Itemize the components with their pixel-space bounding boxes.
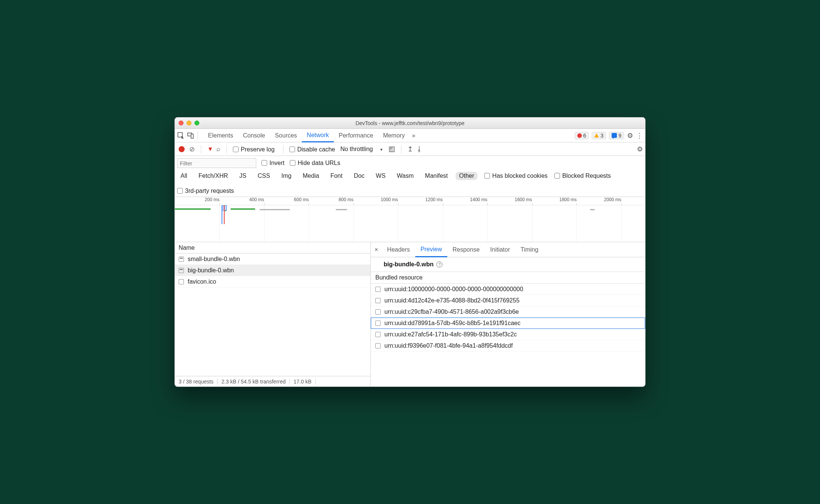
hide-data-urls-toggle[interactable]: Hide data URLs bbox=[290, 160, 340, 166]
filter-input[interactable] bbox=[177, 158, 256, 168]
file-icon bbox=[375, 298, 381, 303]
bundled-resource-list: urn:uuid:10000000-0000-0000-0000-0000000… bbox=[371, 284, 645, 351]
resource-urn: urn:uuid:10000000-0000-0000-0000-0000000… bbox=[384, 286, 523, 293]
more-options-icon[interactable] bbox=[636, 131, 643, 140]
request-row[interactable]: small-bundle-0.wbn bbox=[175, 254, 370, 265]
bundled-resource-row[interactable]: urn:uuid:10000000-0000-0000-0000-0000000… bbox=[371, 284, 645, 295]
third-party-toggle[interactable]: 3rd-party requests bbox=[177, 188, 234, 194]
detail-tab-preview[interactable]: Preview bbox=[415, 242, 447, 257]
type-filter-media[interactable]: Media bbox=[299, 172, 323, 180]
bundled-resource-header: Bundled resource bbox=[371, 272, 645, 284]
type-filter-other[interactable]: Other bbox=[456, 172, 477, 180]
type-filter-all[interactable]: All bbox=[177, 172, 191, 180]
titlebar: DevTools - www.jefftk.com/test/wbn9/prot… bbox=[175, 118, 645, 129]
import-har-icon[interactable] bbox=[416, 145, 423, 153]
request-row[interactable]: big-bundle-0.wbn bbox=[175, 265, 370, 276]
file-icon bbox=[375, 343, 381, 348]
panel-tab-memory[interactable]: Memory bbox=[378, 129, 410, 142]
detail-tab-initiator[interactable]: Initiator bbox=[485, 242, 515, 257]
clear-button[interactable] bbox=[189, 145, 195, 153]
window-title: DevTools - www.jefftk.com/test/wbn9/prot… bbox=[175, 120, 645, 126]
bundle-title: big-bundle-0.wbn ? bbox=[371, 257, 645, 272]
hide-data-urls-label: Hide data URLs bbox=[298, 160, 340, 166]
message-count-badge[interactable]: 9 bbox=[609, 132, 624, 139]
close-window-button[interactable] bbox=[179, 121, 184, 125]
status-bar: 3 / 38 requests 2.3 kB / 54.5 kB transfe… bbox=[175, 376, 370, 386]
name-column-header[interactable]: Name bbox=[175, 244, 370, 251]
filter-bar: Invert Hide data URLs AllFetch/XHRJSCSSI… bbox=[175, 156, 645, 197]
maximize-window-button[interactable] bbox=[194, 121, 199, 125]
throttling-select[interactable]: No throttling bbox=[340, 146, 382, 153]
type-filter-css[interactable]: CSS bbox=[254, 172, 274, 180]
search-icon[interactable] bbox=[216, 145, 220, 153]
network-conditions-icon[interactable] bbox=[389, 146, 395, 152]
error-count-badge[interactable]: 6 bbox=[575, 132, 589, 139]
type-filter-doc[interactable]: Doc bbox=[350, 172, 368, 180]
detail-pane: × HeadersPreviewResponseInitiatorTiming … bbox=[371, 242, 645, 386]
file-icon bbox=[375, 309, 381, 315]
type-filter-js[interactable]: JS bbox=[236, 172, 250, 180]
preserve-log-toggle[interactable]: Preserve log bbox=[233, 145, 277, 153]
settings-icon[interactable] bbox=[627, 131, 633, 140]
request-name: small-bundle-0.wbn bbox=[188, 256, 240, 263]
device-toolbar-icon[interactable] bbox=[187, 132, 194, 139]
type-filter-font[interactable]: Font bbox=[327, 172, 346, 180]
warning-count-badge[interactable]: 3 bbox=[592, 132, 606, 139]
panel-tab-network[interactable]: Network bbox=[302, 129, 334, 142]
throttling-value: No throttling bbox=[340, 146, 373, 153]
resource-urn: urn:uuid:f9396e07-f081-4bfe-94a1-a8f954f… bbox=[384, 342, 513, 349]
inspect-element-icon[interactable] bbox=[177, 132, 185, 139]
export-har-icon[interactable] bbox=[407, 145, 413, 153]
network-settings-icon[interactable] bbox=[637, 145, 643, 153]
file-icon bbox=[179, 268, 184, 273]
status-request-count: 3 / 38 requests bbox=[175, 379, 218, 385]
bundled-resource-row[interactable]: urn:uuid:dd78991a-57db-459c-b8b5-1e191f9… bbox=[371, 318, 645, 329]
type-filter-ws[interactable]: WS bbox=[372, 172, 389, 180]
disable-cache-label: Disable cache bbox=[297, 146, 335, 153]
bundle-title-text: big-bundle-0.wbn bbox=[384, 261, 433, 268]
disable-cache-toggle[interactable]: Disable cache bbox=[289, 145, 338, 153]
bundled-resource-row[interactable]: urn:uuid:f9396e07-f081-4bfe-94a1-a8f954f… bbox=[371, 340, 645, 351]
minimize-window-button[interactable] bbox=[187, 121, 191, 125]
detail-tab-timing[interactable]: Timing bbox=[515, 242, 543, 257]
request-row[interactable]: favicon.ico bbox=[175, 276, 370, 287]
file-icon bbox=[179, 279, 184, 284]
filter-toggle-icon[interactable] bbox=[207, 146, 213, 153]
main-toolbar: ElementsConsoleSourcesNetworkPerformance… bbox=[175, 129, 645, 142]
panel-tab-sources[interactable]: Sources bbox=[270, 129, 302, 142]
chevron-down-icon bbox=[380, 146, 382, 153]
close-detail-icon[interactable]: × bbox=[371, 246, 382, 253]
detail-tab-headers[interactable]: Headers bbox=[382, 242, 415, 257]
preserve-log-label: Preserve log bbox=[241, 146, 275, 153]
blocked-requests-toggle[interactable]: Blocked Requests bbox=[554, 173, 611, 179]
bundled-resource-row[interactable]: urn:uuid:e27afc54-171b-4afc-899b-93b135e… bbox=[371, 329, 645, 340]
bundled-resource-row[interactable]: urn:uuid:4d12c42e-e735-4088-8bd2-0f415f7… bbox=[371, 295, 645, 306]
resource-urn: urn:uuid:c29cfba7-490b-4571-8656-a002a9f… bbox=[384, 309, 519, 315]
message-count: 9 bbox=[618, 133, 621, 139]
has-blocked-cookies-toggle[interactable]: Has blocked cookies bbox=[484, 173, 548, 179]
status-transferred: 2.3 kB / 54.5 kB transferred bbox=[218, 379, 290, 385]
record-button[interactable] bbox=[179, 146, 185, 152]
requests-pane: Name small-bundle-0.wbnbig-bundle-0.wbnf… bbox=[175, 242, 371, 386]
request-list: small-bundle-0.wbnbig-bundle-0.wbnfavico… bbox=[175, 254, 370, 376]
timeline-overview[interactable]: 200 ms400 ms600 ms800 ms1000 ms1200 ms14… bbox=[175, 197, 645, 242]
panel-tab-elements[interactable]: Elements bbox=[203, 129, 238, 142]
panel-tab-performance[interactable]: Performance bbox=[334, 129, 378, 142]
warning-count: 3 bbox=[600, 133, 603, 139]
panel-tabs: ElementsConsoleSourcesNetworkPerformance… bbox=[203, 129, 410, 142]
type-filter-wasm[interactable]: Wasm bbox=[393, 172, 417, 180]
invert-toggle[interactable]: Invert bbox=[262, 160, 285, 166]
detail-tab-response[interactable]: Response bbox=[447, 242, 485, 257]
help-icon[interactable]: ? bbox=[436, 261, 442, 267]
file-icon bbox=[179, 257, 184, 262]
preview-body: big-bundle-0.wbn ? Bundled resource urn:… bbox=[371, 257, 645, 386]
more-panels-icon[interactable]: » bbox=[412, 132, 415, 139]
type-filter-img[interactable]: Img bbox=[278, 172, 295, 180]
request-name: big-bundle-0.wbn bbox=[188, 267, 234, 274]
type-filter-fetch-xhr[interactable]: Fetch/XHR bbox=[195, 172, 231, 180]
window-controls bbox=[179, 121, 199, 125]
bundled-resource-row[interactable]: urn:uuid:c29cfba7-490b-4571-8656-a002a9f… bbox=[371, 306, 645, 318]
panel-tab-console[interactable]: Console bbox=[238, 129, 270, 142]
type-filter-manifest[interactable]: Manifest bbox=[422, 172, 451, 180]
columns-header: Name bbox=[175, 242, 370, 254]
